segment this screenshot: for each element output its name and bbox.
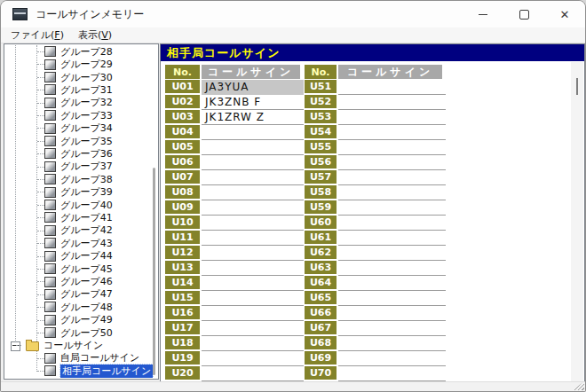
- memory-no-cell: U06: [165, 155, 200, 169]
- tree-item[interactable]: グループ44: [5, 250, 157, 263]
- tree-item[interactable]: グループ36: [5, 147, 157, 160]
- callsign-cell[interactable]: [338, 80, 446, 95]
- tree-item[interactable]: グループ41: [5, 211, 157, 223]
- callsign-cell[interactable]: [338, 291, 446, 306]
- callsign-cell[interactable]: [202, 306, 304, 321]
- memory-card-icon: [44, 46, 56, 57]
- menu-item-v[interactable]: 表示(V): [74, 27, 116, 43]
- callsign-cell[interactable]: [338, 246, 446, 261]
- tree-item[interactable]: グループ39: [5, 185, 157, 198]
- tree-item-label: グループ28: [60, 45, 113, 59]
- panel-scrollbar[interactable]: [571, 62, 583, 384]
- callsign-cell[interactable]: [338, 95, 446, 110]
- resize-grip[interactable]: [573, 381, 584, 390]
- memory-no-cell: U68: [305, 336, 337, 349]
- column-header-no: No.: [305, 65, 337, 79]
- callsign-cell[interactable]: [202, 291, 304, 306]
- callsign-cell[interactable]: [338, 125, 446, 140]
- callsign-cell[interactable]: [202, 336, 304, 351]
- callsign-cell[interactable]: [202, 140, 304, 155]
- tree-connector: [37, 320, 44, 321]
- callsign-cell[interactable]: [338, 216, 446, 231]
- tree-item[interactable]: グループ43: [5, 237, 157, 249]
- memory-no-cell: U18: [165, 336, 200, 349]
- callsign-cell[interactable]: [338, 351, 446, 366]
- memory-no-cell: U60: [305, 216, 337, 229]
- callsign-cell[interactable]: [202, 170, 304, 185]
- tree-item[interactable]: 相手局コールサイン: [5, 365, 157, 377]
- tree-item[interactable]: グループ46: [5, 275, 157, 287]
- tree-item[interactable]: グループ30: [5, 71, 157, 83]
- callsign-cell[interactable]: [338, 336, 446, 351]
- tree-scrollbar-thumb[interactable]: [153, 168, 155, 375]
- callsign-cell[interactable]: [202, 366, 304, 381]
- tree-item[interactable]: グループ50: [5, 326, 157, 339]
- callsign-cell[interactable]: [338, 140, 446, 155]
- tree-item[interactable]: グループ42: [5, 224, 157, 237]
- callsign-cell[interactable]: [338, 321, 446, 336]
- tree-item[interactable]: コールサイン: [5, 339, 157, 351]
- tree-item[interactable]: グループ37: [5, 161, 157, 173]
- callsign-cell[interactable]: [338, 155, 446, 170]
- tree-item[interactable]: グループ28: [5, 45, 157, 58]
- table-row: U14U64: [161, 276, 570, 291]
- close-button[interactable]: ✕: [544, 1, 585, 27]
- callsign-cell[interactable]: [338, 170, 446, 185]
- memory-no-cell: U14: [165, 276, 200, 289]
- callsign-cell[interactable]: [202, 216, 304, 231]
- callsign-cell[interactable]: [338, 185, 446, 200]
- tree-item[interactable]: グループ40: [5, 199, 157, 211]
- callsign-cell[interactable]: JK3ZNB F: [202, 95, 304, 110]
- memory-no-cell: U59: [305, 200, 337, 214]
- callsign-cell[interactable]: JK1ZRW Z: [202, 110, 304, 125]
- callsign-cell[interactable]: [202, 351, 304, 366]
- callsign-cell[interactable]: JA3YUA: [202, 80, 304, 95]
- callsign-cell[interactable]: [338, 366, 446, 381]
- callsign-cell[interactable]: [202, 276, 304, 291]
- callsign-cell[interactable]: [202, 231, 304, 246]
- callsign-cell[interactable]: [338, 261, 446, 276]
- callsign-cell[interactable]: [202, 155, 304, 170]
- tree-connector: [37, 51, 44, 52]
- tree-connector: [37, 90, 44, 90]
- table-row: U08U58: [161, 185, 570, 200]
- panel-scrollbar-thumb[interactable]: [576, 78, 578, 95]
- callsign-cell[interactable]: [202, 261, 304, 276]
- tree-item[interactable]: グループ29: [5, 58, 157, 70]
- tree-item[interactable]: グループ32: [5, 97, 157, 109]
- tree-connector: [37, 333, 44, 333]
- tree-item[interactable]: 自局コールサイン: [5, 352, 157, 365]
- callsign-cell[interactable]: [202, 185, 304, 200]
- callsign-cell[interactable]: [338, 110, 446, 125]
- memory-no-cell: U12: [165, 246, 200, 259]
- callsign-cell[interactable]: [202, 200, 304, 216]
- collapse-expander-icon[interactable]: [11, 341, 20, 351]
- menu-bar: ファイル(F)表示(V): [1, 27, 585, 43]
- menu-item-f[interactable]: ファイル(F): [6, 27, 68, 43]
- tree-item[interactable]: グループ38: [5, 173, 157, 185]
- tree-item[interactable]: グループ47: [5, 288, 157, 301]
- table-row: U11U61: [161, 231, 570, 246]
- minimize-button[interactable]: [463, 1, 503, 27]
- maximize-button[interactable]: [503, 1, 544, 27]
- tree-item[interactable]: グループ49: [5, 314, 157, 326]
- table-row: U16U66: [161, 306, 570, 321]
- tree-item[interactable]: グループ33: [5, 109, 157, 122]
- memory-no-cell: U04: [165, 125, 200, 138]
- tree-item[interactable]: グループ35: [5, 135, 157, 147]
- tree-item[interactable]: グループ48: [5, 301, 157, 313]
- tree-item[interactable]: グループ45: [5, 263, 157, 275]
- callsign-cell[interactable]: [338, 200, 446, 216]
- memory-no-cell: U66: [305, 306, 337, 319]
- callsign-cell[interactable]: [338, 306, 446, 321]
- table-row: U01JA3YUAU51: [161, 80, 570, 95]
- memory-no-cell: U57: [305, 170, 337, 184]
- callsign-cell[interactable]: [202, 321, 304, 336]
- callsign-cell[interactable]: [338, 276, 446, 291]
- callsign-cell[interactable]: [202, 246, 304, 261]
- panel-body: No. コールサイン No. コールサイン U01JA3YUAU51U02JK3…: [161, 61, 584, 384]
- callsign-cell[interactable]: [338, 231, 446, 246]
- tree-item[interactable]: グループ34: [5, 122, 157, 134]
- tree-item[interactable]: グループ31: [5, 83, 157, 96]
- callsign-cell[interactable]: [202, 125, 304, 140]
